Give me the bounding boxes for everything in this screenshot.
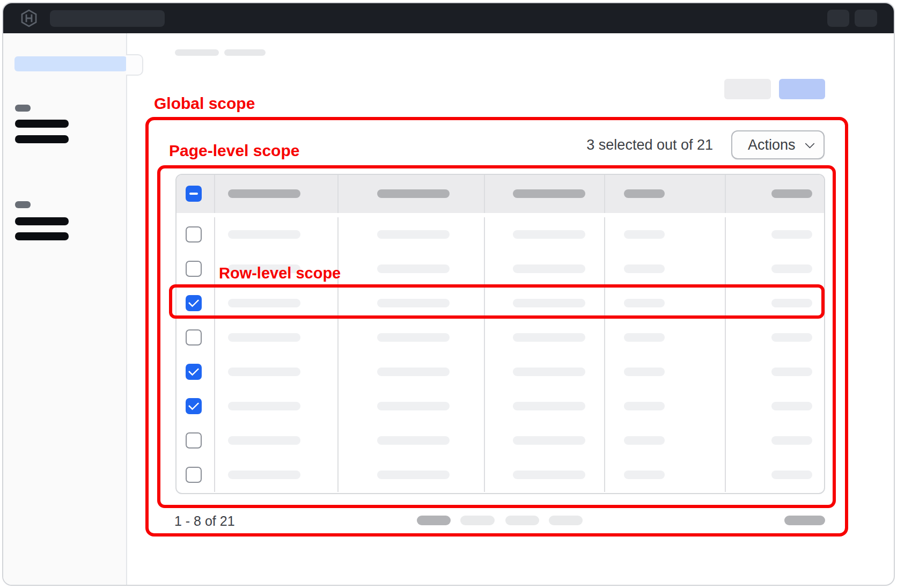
cell-text-skeleton: [771, 230, 812, 239]
table-cell: [484, 320, 604, 355]
table-cell: [484, 286, 604, 320]
table-cell: [214, 355, 337, 389]
cell-text-skeleton: [624, 299, 665, 307]
cell-text-skeleton: [377, 471, 450, 479]
table-cell: [337, 286, 484, 320]
column-header-skeleton: [228, 189, 300, 198]
cell-text-skeleton: [377, 333, 450, 342]
row-checkbox[interactable]: [186, 432, 202, 449]
cell-text-skeleton: [377, 436, 450, 445]
app-window: Global scope Page-level scope Row-level …: [2, 2, 895, 586]
row-checkbox[interactable]: [186, 364, 202, 380]
cell-text-skeleton: [771, 436, 812, 445]
cell-text-skeleton: [771, 471, 812, 479]
table-cell: [604, 320, 725, 355]
page-size-selector-skeleton[interactable]: [784, 516, 825, 525]
table-cell: [337, 355, 484, 389]
column-header-skeleton: [513, 189, 585, 198]
cell-text-skeleton: [771, 264, 812, 273]
pagination-item-skeleton[interactable]: [549, 516, 583, 525]
sidebar-collapse-toggle[interactable]: [126, 54, 143, 76]
table-row: [177, 458, 824, 492]
table-cell: [484, 252, 604, 286]
pagination-item-skeleton[interactable]: [460, 516, 495, 525]
checkbox-cell: [177, 423, 214, 458]
sidebar-item-skeleton[interactable]: [15, 135, 69, 143]
breadcrumb-segment-skeleton[interactable]: [224, 49, 266, 56]
table-cell: [725, 320, 824, 355]
cell-text-skeleton: [377, 402, 450, 410]
cell-text-skeleton: [771, 402, 812, 410]
cell-text-skeleton: [513, 333, 585, 342]
table-cell: [337, 389, 484, 423]
row-checkbox[interactable]: [186, 398, 202, 414]
actions-button-label: Actions: [748, 137, 796, 153]
sidebar-item-skeleton[interactable]: [15, 217, 69, 225]
cell-text-skeleton: [513, 367, 585, 376]
row-checkbox[interactable]: [186, 261, 202, 277]
table-cell: [604, 217, 725, 252]
cell-text-skeleton: [513, 299, 585, 307]
cell-text-skeleton: [228, 367, 300, 376]
checkbox-cell: [177, 175, 214, 213]
column-header-cell: [725, 175, 824, 213]
table-cell: [484, 458, 604, 492]
cell-text-skeleton: [513, 402, 585, 410]
cell-text-skeleton: [624, 471, 665, 479]
table-row: [177, 423, 824, 458]
table-cell: [604, 286, 725, 320]
global-scope-label: Global scope: [154, 94, 255, 113]
row-checkbox[interactable]: [186, 295, 202, 311]
column-header-cell: [604, 175, 725, 213]
primary-button-skeleton[interactable]: [779, 79, 825, 99]
row-level-scope-label: Row-level scope: [219, 264, 341, 282]
cell-text-skeleton: [513, 436, 585, 445]
column-header-cell: [214, 175, 337, 213]
cell-text-skeleton: [624, 333, 665, 342]
cell-text-skeleton: [513, 230, 585, 239]
topbar-action-skeleton[interactable]: [827, 10, 849, 27]
checkbox-cell: [177, 355, 214, 389]
cell-text-skeleton: [228, 402, 300, 410]
cell-text-skeleton: [624, 367, 665, 376]
pagination-item-skeleton[interactable]: [417, 516, 451, 525]
row-checkbox[interactable]: [186, 467, 202, 483]
checkbox-cell: [177, 217, 214, 252]
topbar-action-skeleton[interactable]: [855, 10, 877, 27]
pagination-item-skeleton[interactable]: [505, 516, 539, 525]
breadcrumb-segment-skeleton[interactable]: [175, 49, 219, 56]
sidebar-group-heading-skeleton: [15, 105, 31, 112]
sidebar-active-item-skeleton[interactable]: [14, 56, 127, 71]
table-cell: [214, 217, 337, 252]
cell-text-skeleton: [228, 333, 300, 342]
secondary-button-skeleton[interactable]: [724, 79, 771, 99]
row-checkbox[interactable]: [186, 329, 202, 346]
table-cell: [725, 355, 824, 389]
pagination-range-label: 1 - 8 of 21: [174, 513, 235, 529]
table-cell: [484, 389, 604, 423]
sidebar-item-skeleton[interactable]: [15, 232, 69, 240]
cell-text-skeleton: [624, 402, 665, 410]
column-header-skeleton: [377, 189, 450, 198]
table-cell: [337, 458, 484, 492]
search-input-skeleton[interactable]: [50, 10, 165, 27]
table-cell: [725, 458, 824, 492]
table-cell: [337, 423, 484, 458]
table-header-row: [177, 175, 824, 213]
table-cell: [214, 423, 337, 458]
row-checkbox[interactable]: [186, 226, 202, 242]
select-all-checkbox[interactable]: [186, 186, 202, 202]
sidebar-item-skeleton[interactable]: [15, 120, 69, 128]
table-row: [177, 355, 824, 389]
table-cell: [214, 458, 337, 492]
chevron-down-icon: [805, 138, 814, 148]
checkbox-cell: [177, 252, 214, 286]
table-cell: [484, 217, 604, 252]
table-body: [177, 213, 824, 492]
cell-text-skeleton: [228, 230, 300, 239]
table-row: [177, 389, 824, 423]
actions-button[interactable]: Actions: [731, 130, 825, 159]
cell-text-skeleton: [624, 230, 665, 239]
sidebar-group-heading-skeleton: [15, 201, 31, 208]
cell-text-skeleton: [771, 333, 812, 342]
